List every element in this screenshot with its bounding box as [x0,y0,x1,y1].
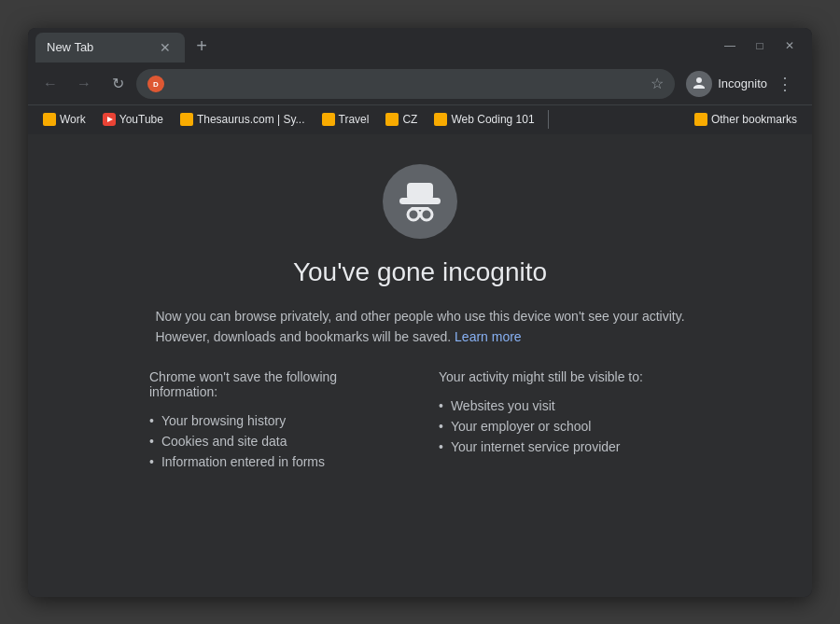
bookmarks-bar: Work YouTube Thesaurus.com | Sy... Trave… [28,104,812,134]
bookmark-star-icon[interactable]: ☆ [651,75,664,92]
incognito-avatar[interactable] [686,71,712,97]
bookmark-youtube-icon [103,113,116,126]
forward-icon: → [77,76,91,92]
new-tab-button[interactable]: + [189,34,215,60]
tab-title: New Tab [47,40,149,54]
bookmark-webcoding[interactable]: Web Coding 101 [427,109,541,130]
tab-close-button[interactable]: ✕ [157,39,174,56]
col2-item-2: Your employer or school [439,416,691,437]
incognito-profile-area: Incognito ⋮ [679,71,805,97]
browser-window: New Tab ✕ + — □ ✕ ← → ↻ D ☆ [28,28,812,597]
title-bar: New Tab ✕ + — □ ✕ [28,28,812,63]
maximize-button[interactable]: □ [752,38,767,53]
bookmark-thesaurus-label: Thesaurus.com | Sy... [197,113,305,126]
duckduckgo-icon: D [147,76,164,92]
col1-item-2: Cookies and site data [149,431,401,451]
forward-button[interactable]: → [69,69,99,99]
refresh-button[interactable]: ↻ [103,69,133,99]
back-button[interactable]: ← [35,69,65,99]
incognito-label: Incognito [718,76,767,90]
info-columns: Chrome won't save the following informat… [149,369,691,472]
bookmark-travel-icon [322,113,335,126]
bookmark-travel-label: Travel [339,113,370,126]
chrome-menu-button[interactable]: ⋮ [773,74,797,94]
info-col-1: Chrome won't save the following informat… [149,369,401,472]
col1-item-3: Information entered in forms [149,451,401,472]
col2-title: Your activity might still be visible to: [439,369,691,384]
minimize-button[interactable]: — [722,38,737,53]
bookmark-cz-label: CZ [402,113,417,126]
svg-rect-4 [407,183,433,200]
bookmark-other[interactable]: Other bookmarks [687,109,805,130]
bookmark-travel[interactable]: Travel [315,109,377,130]
active-tab[interactable]: New Tab ✕ [35,33,185,62]
bookmark-thesaurus-icon [180,113,193,126]
bookmarks-divider [548,110,549,129]
page-title: You've gone incognito [293,257,547,287]
col2-list: Websites you visit Your employer or scho… [439,395,691,457]
page-content: You've gone incognito Now you can browse… [28,134,812,597]
bookmark-cz-icon [385,113,399,126]
page-desc-line1: Now you can browse privately, and other … [155,309,684,324]
col1-list: Your browsing history Cookies and site d… [149,410,401,472]
address-bar[interactable]: D ☆ [136,69,675,99]
page-description: Now you can browse privately, and other … [155,306,684,348]
col1-item-1: Your browsing history [149,410,401,431]
bookmark-webcoding-icon [434,113,447,126]
refresh-icon: ↻ [112,75,124,92]
window-controls: — □ ✕ [722,38,805,53]
col2-item-3: Your internet service provider [439,437,691,457]
bookmark-work[interactable]: Work [35,109,93,130]
incognito-icon-circle [383,164,457,239]
page-desc-line2: However, downloads and bookmarks will be… [155,329,451,344]
bookmark-webcoding-label: Web Coding 101 [451,113,534,126]
svg-point-7 [421,209,432,220]
col1-title: Chrome won't save the following informat… [149,369,401,399]
col2-item-1: Websites you visit [439,395,691,416]
bookmark-thesaurus[interactable]: Thesaurus.com | Sy... [173,109,313,130]
svg-marker-2 [107,117,113,122]
bookmark-work-label: Work [60,113,86,126]
svg-text:D: D [153,80,159,89]
nav-bar: ← → ↻ D ☆ Incognito ⋮ [28,63,812,104]
bookmark-youtube[interactable]: YouTube [95,109,171,130]
bookmark-other-label: Other bookmarks [711,113,797,126]
svg-point-6 [408,209,419,220]
incognito-hat-svg [396,177,444,226]
bookmark-youtube-label: YouTube [119,113,163,126]
close-button[interactable]: ✕ [782,38,797,53]
bookmark-work-icon [43,113,56,126]
back-icon: ← [43,76,58,92]
bookmark-other-icon [694,113,707,126]
learn-more-link[interactable]: Learn more [455,329,522,344]
info-col-2: Your activity might still be visible to:… [439,369,691,472]
address-input[interactable] [172,76,643,91]
bookmark-cz[interactable]: CZ [378,109,425,130]
